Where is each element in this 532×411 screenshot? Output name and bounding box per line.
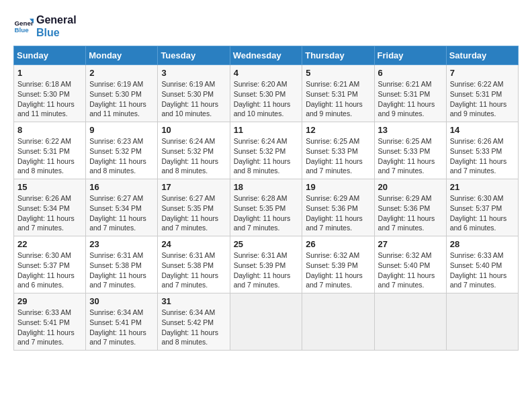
calendar-cell: 13Sunrise: 6:25 AMSunset: 5:33 PMDayligh… (374, 122, 446, 179)
day-number: 1 (17, 68, 82, 78)
day-header-wednesday: Wednesday (230, 46, 302, 65)
day-info: Sunrise: 6:32 AMSunset: 5:39 PMDaylight:… (306, 250, 370, 290)
day-info: Sunrise: 6:30 AMSunset: 5:37 PMDaylight:… (450, 193, 515, 233)
day-number: 25 (234, 239, 299, 249)
day-number: 31 (161, 296, 226, 306)
day-info: Sunrise: 6:27 AMSunset: 5:35 PMDaylight:… (161, 193, 226, 233)
calendar-cell: 24Sunrise: 6:31 AMSunset: 5:38 PMDayligh… (158, 236, 230, 293)
day-info: Sunrise: 6:34 AMSunset: 5:42 PMDaylight:… (161, 308, 226, 347)
day-info: Sunrise: 6:26 AMSunset: 5:33 PMDaylight:… (450, 136, 515, 176)
calendar-cell: 22Sunrise: 6:30 AMSunset: 5:37 PMDayligh… (14, 236, 86, 293)
day-number: 26 (306, 239, 370, 249)
calendar-cell (374, 293, 446, 351)
day-info: Sunrise: 6:31 AMSunset: 5:38 PMDaylight:… (161, 250, 226, 290)
day-number: 6 (378, 68, 443, 78)
day-header-thursday: Thursday (302, 46, 374, 65)
day-info: Sunrise: 6:33 AMSunset: 5:40 PMDaylight:… (450, 250, 515, 290)
logo-icon: General Blue (13, 16, 34, 36)
day-header-tuesday: Tuesday (158, 46, 230, 65)
day-number: 20 (378, 182, 443, 192)
calendar-cell (230, 293, 302, 351)
day-info: Sunrise: 6:22 AMSunset: 5:31 PMDaylight:… (17, 136, 82, 176)
day-number: 30 (89, 296, 154, 306)
day-info: Sunrise: 6:31 AMSunset: 5:39 PMDaylight:… (234, 250, 299, 290)
calendar-cell: 23Sunrise: 6:31 AMSunset: 5:38 PMDayligh… (86, 236, 158, 293)
day-info: Sunrise: 6:25 AMSunset: 5:33 PMDaylight:… (306, 136, 370, 176)
calendar-cell: 16Sunrise: 6:27 AMSunset: 5:34 PMDayligh… (86, 179, 158, 236)
day-number: 9 (89, 125, 154, 135)
calendar-cell: 28Sunrise: 6:33 AMSunset: 5:40 PMDayligh… (446, 236, 518, 293)
calendar-cell: 8Sunrise: 6:22 AMSunset: 5:31 PMDaylight… (14, 122, 86, 179)
day-info: Sunrise: 6:24 AMSunset: 5:32 PMDaylight:… (161, 136, 226, 176)
day-number: 8 (17, 125, 82, 135)
day-info: Sunrise: 6:21 AMSunset: 5:31 PMDaylight:… (378, 79, 443, 119)
day-info: Sunrise: 6:25 AMSunset: 5:33 PMDaylight:… (378, 136, 443, 176)
svg-text:Blue: Blue (15, 26, 30, 34)
day-number: 22 (17, 239, 82, 249)
day-header-saturday: Saturday (446, 46, 518, 65)
calendar-cell: 9Sunrise: 6:23 AMSunset: 5:32 PMDaylight… (86, 122, 158, 179)
calendar-cell: 10Sunrise: 6:24 AMSunset: 5:32 PMDayligh… (158, 122, 230, 179)
calendar-cell: 26Sunrise: 6:32 AMSunset: 5:39 PMDayligh… (302, 236, 374, 293)
day-number: 13 (378, 125, 443, 135)
day-info: Sunrise: 6:19 AMSunset: 5:30 PMDaylight:… (89, 79, 154, 119)
day-number: 11 (234, 125, 299, 135)
day-number: 23 (89, 239, 154, 249)
day-info: Sunrise: 6:19 AMSunset: 5:30 PMDaylight:… (161, 79, 226, 119)
calendar-cell: 6Sunrise: 6:21 AMSunset: 5:31 PMDaylight… (374, 65, 446, 122)
calendar-week-2: 8Sunrise: 6:22 AMSunset: 5:31 PMDaylight… (14, 122, 519, 179)
day-number: 21 (450, 182, 515, 192)
calendar-cell: 14Sunrise: 6:26 AMSunset: 5:33 PMDayligh… (446, 122, 518, 179)
calendar-cell: 5Sunrise: 6:21 AMSunset: 5:31 PMDaylight… (302, 65, 374, 122)
day-number: 24 (161, 239, 226, 249)
day-header-sunday: Sunday (14, 46, 86, 65)
day-info: Sunrise: 6:32 AMSunset: 5:40 PMDaylight:… (378, 250, 443, 290)
calendar-cell: 11Sunrise: 6:24 AMSunset: 5:32 PMDayligh… (230, 122, 302, 179)
day-number: 27 (378, 239, 443, 249)
calendar-cell: 20Sunrise: 6:29 AMSunset: 5:36 PMDayligh… (374, 179, 446, 236)
calendar-table: SundayMondayTuesdayWednesdayThursdayFrid… (13, 46, 519, 351)
day-info: Sunrise: 6:29 AMSunset: 5:36 PMDaylight:… (378, 193, 443, 233)
calendar-cell: 2Sunrise: 6:19 AMSunset: 5:30 PMDaylight… (86, 65, 158, 122)
day-number: 3 (161, 68, 226, 78)
calendar-header-row: SundayMondayTuesdayWednesdayThursdayFrid… (14, 46, 519, 65)
day-number: 5 (306, 68, 370, 78)
day-info: Sunrise: 6:30 AMSunset: 5:37 PMDaylight:… (17, 250, 82, 290)
day-number: 15 (17, 182, 82, 192)
day-info: Sunrise: 6:27 AMSunset: 5:34 PMDaylight:… (89, 193, 154, 233)
day-number: 28 (450, 239, 515, 249)
logo: General Blue General Blue (13, 13, 77, 39)
day-number: 16 (89, 182, 154, 192)
day-info: Sunrise: 6:31 AMSunset: 5:38 PMDaylight:… (89, 250, 154, 290)
day-info: Sunrise: 6:33 AMSunset: 5:41 PMDaylight:… (17, 308, 82, 347)
day-header-monday: Monday (86, 46, 158, 65)
day-info: Sunrise: 6:23 AMSunset: 5:32 PMDaylight:… (89, 136, 154, 176)
day-number: 7 (450, 68, 515, 78)
calendar-cell: 4Sunrise: 6:20 AMSunset: 5:30 PMDaylight… (230, 65, 302, 122)
calendar-cell (302, 293, 374, 351)
day-number: 10 (161, 125, 226, 135)
logo-text-blue: Blue (36, 26, 77, 39)
day-info: Sunrise: 6:18 AMSunset: 5:30 PMDaylight:… (17, 79, 82, 119)
calendar-cell: 31Sunrise: 6:34 AMSunset: 5:42 PMDayligh… (158, 293, 230, 351)
calendar-cell: 12Sunrise: 6:25 AMSunset: 5:33 PMDayligh… (302, 122, 374, 179)
day-number: 18 (234, 182, 299, 192)
calendar-cell: 3Sunrise: 6:19 AMSunset: 5:30 PMDaylight… (158, 65, 230, 122)
day-number: 4 (234, 68, 299, 78)
calendar-cell: 21Sunrise: 6:30 AMSunset: 5:37 PMDayligh… (446, 179, 518, 236)
day-header-friday: Friday (374, 46, 446, 65)
calendar-week-1: 1Sunrise: 6:18 AMSunset: 5:30 PMDaylight… (14, 65, 519, 122)
day-number: 19 (306, 182, 370, 192)
calendar-cell: 29Sunrise: 6:33 AMSunset: 5:41 PMDayligh… (14, 293, 86, 351)
day-number: 29 (17, 296, 82, 306)
day-info: Sunrise: 6:28 AMSunset: 5:35 PMDaylight:… (234, 193, 299, 233)
calendar-cell (446, 293, 518, 351)
calendar-week-3: 15Sunrise: 6:26 AMSunset: 5:34 PMDayligh… (14, 179, 519, 236)
day-info: Sunrise: 6:34 AMSunset: 5:41 PMDaylight:… (89, 308, 154, 347)
calendar-cell: 25Sunrise: 6:31 AMSunset: 5:39 PMDayligh… (230, 236, 302, 293)
calendar-cell: 1Sunrise: 6:18 AMSunset: 5:30 PMDaylight… (14, 65, 86, 122)
day-info: Sunrise: 6:20 AMSunset: 5:30 PMDaylight:… (234, 79, 299, 119)
day-number: 14 (450, 125, 515, 135)
svg-text:General: General (15, 19, 34, 27)
calendar-cell: 7Sunrise: 6:22 AMSunset: 5:31 PMDaylight… (446, 65, 518, 122)
